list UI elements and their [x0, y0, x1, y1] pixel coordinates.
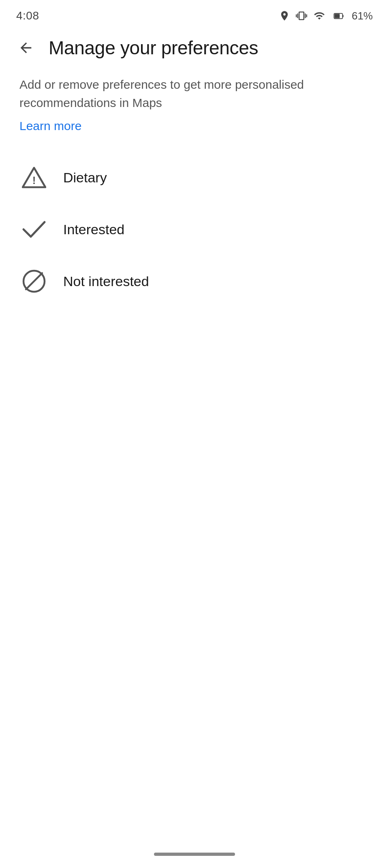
- home-indicator: [154, 853, 235, 856]
- status-icons: 61%: [279, 10, 373, 22]
- wifi-icon: [313, 10, 326, 21]
- description-text: Add or remove preferences to get more pe…: [19, 75, 370, 112]
- location-icon: [279, 10, 290, 21]
- back-arrow-icon: [18, 40, 34, 56]
- svg-line-6: [26, 273, 42, 289]
- legend-section: ! Dietary Interested Not interested: [19, 156, 370, 303]
- learn-more-link[interactable]: Learn more: [19, 119, 81, 133]
- not-interested-label: Not interested: [63, 274, 149, 289]
- svg-rect-2: [334, 14, 340, 18]
- legend-item-interested: Interested: [19, 207, 370, 251]
- dietary-warning-icon: !: [19, 163, 49, 192]
- top-nav: Manage your preferences: [0, 28, 389, 67]
- page-title: Manage your preferences: [49, 37, 258, 59]
- legend-item-not-interested: Not interested: [19, 259, 370, 303]
- checkmark-icon: [19, 215, 49, 244]
- dietary-label: Dietary: [63, 170, 107, 186]
- not-interested-icon: [19, 267, 49, 296]
- svg-text:!: !: [32, 174, 36, 186]
- back-button[interactable]: [15, 36, 37, 59]
- svg-rect-1: [342, 15, 343, 17]
- interested-label: Interested: [63, 222, 124, 237]
- legend-item-dietary: ! Dietary: [19, 156, 370, 199]
- status-time: 4:08: [16, 9, 39, 22]
- vibrate-icon: [296, 10, 307, 21]
- battery-percent: 61%: [352, 10, 373, 22]
- status-bar: 4:08 61%: [0, 0, 389, 28]
- main-content: Add or remove preferences to get more pe…: [0, 67, 389, 323]
- battery-icon: [331, 10, 346, 21]
